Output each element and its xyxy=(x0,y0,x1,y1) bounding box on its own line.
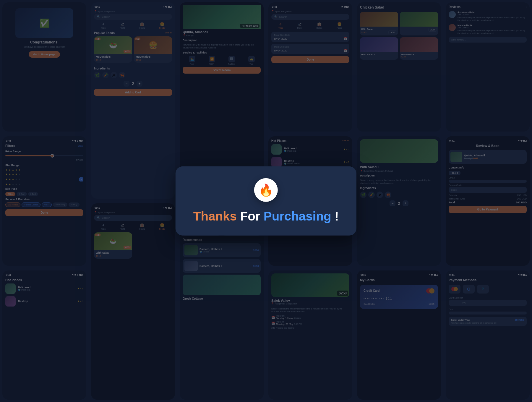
thanks-blue: Purchasing xyxy=(264,209,331,223)
flame-icon: 🔥 xyxy=(254,178,278,202)
thanks-orange: Thanks xyxy=(193,209,237,223)
thanks-exclaim: ! xyxy=(335,209,339,223)
thanks-for-purchasing-text: Thanks For Purchasing ! xyxy=(193,209,339,224)
thanks-white: For xyxy=(240,209,260,223)
thanks-overlay: 🔥 Thanks For Purchasing ! xyxy=(176,166,356,236)
